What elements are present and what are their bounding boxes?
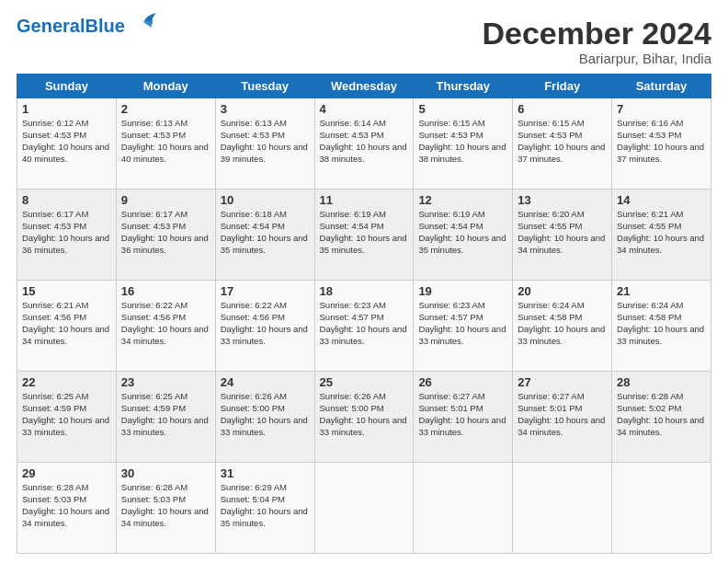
table-row: 6Sunrise: 6:15 AM Sunset: 4:53 PM Daylig… <box>513 98 612 190</box>
day-info: Sunrise: 6:27 AM Sunset: 5:01 PM Dayligh… <box>418 391 507 438</box>
day-number: 11 <box>320 193 409 207</box>
day-info: Sunrise: 6:22 AM Sunset: 4:56 PM Dayligh… <box>221 300 310 347</box>
calendar-week-row: 1Sunrise: 6:12 AM Sunset: 4:53 PM Daylig… <box>17 98 711 190</box>
day-number: 22 <box>22 375 111 389</box>
col-wednesday: Wednesday <box>314 75 414 98</box>
day-info: Sunrise: 6:19 AM Sunset: 4:54 PM Dayligh… <box>418 209 507 256</box>
table-row: 19Sunrise: 6:23 AM Sunset: 4:57 PM Dayli… <box>414 281 513 372</box>
day-info: Sunrise: 6:17 AM Sunset: 4:53 PM Dayligh… <box>22 209 111 256</box>
day-number: 17 <box>221 284 310 298</box>
day-info: Sunrise: 6:21 AM Sunset: 4:56 PM Dayligh… <box>22 300 111 347</box>
table-row: 24Sunrise: 6:26 AM Sunset: 5:00 PM Dayli… <box>215 372 314 463</box>
table-row: 10Sunrise: 6:18 AM Sunset: 4:54 PM Dayli… <box>215 190 314 281</box>
day-number: 13 <box>518 193 607 207</box>
day-info: Sunrise: 6:13 AM Sunset: 4:53 PM Dayligh… <box>121 118 210 165</box>
day-number: 4 <box>320 102 409 116</box>
table-row <box>314 463 414 554</box>
table-row: 22Sunrise: 6:25 AM Sunset: 4:59 PM Dayli… <box>17 372 117 463</box>
day-info: Sunrise: 6:14 AM Sunset: 4:53 PM Dayligh… <box>320 118 409 165</box>
table-row: 4Sunrise: 6:14 AM Sunset: 4:53 PM Daylig… <box>314 98 414 190</box>
table-row: 21Sunrise: 6:24 AM Sunset: 4:58 PM Dayli… <box>612 281 711 372</box>
day-number: 6 <box>518 102 607 116</box>
day-info: Sunrise: 6:28 AM Sunset: 5:03 PM Dayligh… <box>22 482 111 529</box>
day-number: 20 <box>518 284 607 298</box>
day-info: Sunrise: 6:15 AM Sunset: 4:53 PM Dayligh… <box>518 118 607 165</box>
logo-bird-icon <box>127 9 160 35</box>
day-info: Sunrise: 6:15 AM Sunset: 4:53 PM Dayligh… <box>418 118 507 165</box>
logo: GeneralBlue <box>17 17 160 35</box>
calendar-header-row: Sunday Monday Tuesday Wednesday Thursday… <box>17 75 711 98</box>
day-info: Sunrise: 6:20 AM Sunset: 4:55 PM Dayligh… <box>518 209 607 256</box>
day-number: 1 <box>22 102 111 116</box>
table-row: 16Sunrise: 6:22 AM Sunset: 4:56 PM Dayli… <box>116 281 215 372</box>
day-info: Sunrise: 6:28 AM Sunset: 5:03 PM Dayligh… <box>121 482 210 529</box>
day-info: Sunrise: 6:23 AM Sunset: 4:57 PM Dayligh… <box>418 300 507 347</box>
day-info: Sunrise: 6:25 AM Sunset: 4:59 PM Dayligh… <box>22 391 111 438</box>
day-info: Sunrise: 6:18 AM Sunset: 4:54 PM Dayligh… <box>221 209 310 256</box>
table-row: 26Sunrise: 6:27 AM Sunset: 5:01 PM Dayli… <box>414 372 513 463</box>
day-number: 7 <box>617 102 706 116</box>
title-block: December 2024 Bariarpur, Bihar, India <box>482 17 711 66</box>
logo-general: General <box>17 16 85 36</box>
col-saturday: Saturday <box>612 75 711 98</box>
day-number: 14 <box>617 193 706 207</box>
table-row: 7Sunrise: 6:16 AM Sunset: 4:53 PM Daylig… <box>612 98 711 190</box>
day-number: 9 <box>121 193 210 207</box>
month-title: December 2024 <box>482 17 711 51</box>
calendar-week-row: 15Sunrise: 6:21 AM Sunset: 4:56 PM Dayli… <box>17 281 711 372</box>
table-row: 27Sunrise: 6:27 AM Sunset: 5:01 PM Dayli… <box>513 372 612 463</box>
day-number: 28 <box>617 375 706 389</box>
col-friday: Friday <box>513 75 612 98</box>
day-number: 16 <box>121 284 210 298</box>
day-number: 26 <box>418 375 507 389</box>
table-row: 5Sunrise: 6:15 AM Sunset: 4:53 PM Daylig… <box>414 98 513 190</box>
table-row: 13Sunrise: 6:20 AM Sunset: 4:55 PM Dayli… <box>513 190 612 281</box>
calendar-table: Sunday Monday Tuesday Wednesday Thursday… <box>17 74 711 554</box>
day-number: 19 <box>418 284 507 298</box>
table-row <box>612 463 711 554</box>
day-info: Sunrise: 6:28 AM Sunset: 5:02 PM Dayligh… <box>617 391 706 438</box>
day-info: Sunrise: 6:17 AM Sunset: 4:53 PM Dayligh… <box>121 209 210 256</box>
page: GeneralBlue December 2024 Bariarpur, Bih… <box>0 0 728 563</box>
logo-text: GeneralBlue <box>17 17 125 35</box>
day-number: 30 <box>121 466 210 480</box>
table-row <box>513 463 612 554</box>
table-row: 3Sunrise: 6:13 AM Sunset: 4:53 PM Daylig… <box>215 98 314 190</box>
table-row: 25Sunrise: 6:26 AM Sunset: 5:00 PM Dayli… <box>314 372 414 463</box>
day-number: 15 <box>22 284 111 298</box>
day-number: 10 <box>221 193 310 207</box>
day-number: 5 <box>418 102 507 116</box>
day-number: 3 <box>221 102 310 116</box>
table-row: 20Sunrise: 6:24 AM Sunset: 4:58 PM Dayli… <box>513 281 612 372</box>
day-info: Sunrise: 6:19 AM Sunset: 4:54 PM Dayligh… <box>320 209 409 256</box>
table-row: 31Sunrise: 6:29 AM Sunset: 5:04 PM Dayli… <box>215 463 314 554</box>
table-row: 9Sunrise: 6:17 AM Sunset: 4:53 PM Daylig… <box>116 190 215 281</box>
day-number: 2 <box>121 102 210 116</box>
day-number: 8 <box>22 193 111 207</box>
day-number: 21 <box>617 284 706 298</box>
col-monday: Monday <box>116 75 215 98</box>
day-number: 25 <box>320 375 409 389</box>
day-info: Sunrise: 6:26 AM Sunset: 5:00 PM Dayligh… <box>320 391 409 438</box>
calendar-week-row: 8Sunrise: 6:17 AM Sunset: 4:53 PM Daylig… <box>17 190 711 281</box>
day-info: Sunrise: 6:13 AM Sunset: 4:53 PM Dayligh… <box>221 118 310 165</box>
table-row <box>414 463 513 554</box>
day-info: Sunrise: 6:25 AM Sunset: 4:59 PM Dayligh… <box>121 391 210 438</box>
day-info: Sunrise: 6:24 AM Sunset: 4:58 PM Dayligh… <box>518 300 607 347</box>
day-number: 31 <box>221 466 310 480</box>
day-number: 29 <box>22 466 111 480</box>
table-row: 15Sunrise: 6:21 AM Sunset: 4:56 PM Dayli… <box>17 281 117 372</box>
col-thursday: Thursday <box>414 75 513 98</box>
table-row: 28Sunrise: 6:28 AM Sunset: 5:02 PM Dayli… <box>612 372 711 463</box>
day-info: Sunrise: 6:24 AM Sunset: 4:58 PM Dayligh… <box>617 300 706 347</box>
calendar-week-row: 29Sunrise: 6:28 AM Sunset: 5:03 PM Dayli… <box>17 463 711 554</box>
day-number: 23 <box>121 375 210 389</box>
table-row: 2Sunrise: 6:13 AM Sunset: 4:53 PM Daylig… <box>116 98 215 190</box>
table-row: 29Sunrise: 6:28 AM Sunset: 5:03 PM Dayli… <box>17 463 117 554</box>
col-tuesday: Tuesday <box>215 75 314 98</box>
day-number: 27 <box>518 375 607 389</box>
day-info: Sunrise: 6:22 AM Sunset: 4:56 PM Dayligh… <box>121 300 210 347</box>
day-info: Sunrise: 6:29 AM Sunset: 5:04 PM Dayligh… <box>221 482 310 529</box>
table-row: 30Sunrise: 6:28 AM Sunset: 5:03 PM Dayli… <box>116 463 215 554</box>
day-info: Sunrise: 6:23 AM Sunset: 4:57 PM Dayligh… <box>320 300 409 347</box>
